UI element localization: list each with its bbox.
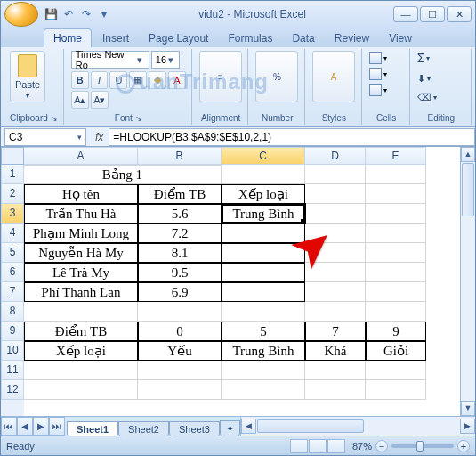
col-header[interactable]: B	[138, 147, 222, 165]
select-all-corner[interactable]	[1, 147, 24, 165]
name-box[interactable]: C3▾	[4, 128, 86, 146]
tab-review[interactable]: Review	[326, 29, 378, 47]
font-size-combo[interactable]: 16▾	[151, 51, 180, 69]
cell[interactable]: Điểm TB	[138, 184, 222, 204]
cell[interactable]	[366, 380, 426, 400]
cell[interactable]	[366, 263, 426, 282]
sheet-tab[interactable]: Sheet3	[169, 421, 220, 436]
cell[interactable]	[24, 380, 138, 400]
zoom-in-button[interactable]: +	[457, 440, 470, 452]
row-header[interactable]: 8	[1, 302, 24, 322]
row-header[interactable]: 11	[1, 361, 24, 380]
tab-data[interactable]: Data	[283, 29, 323, 47]
horizontal-scrollbar[interactable]: ◀ ▶	[240, 417, 475, 436]
delete-cells-button[interactable]: ▾	[369, 67, 401, 81]
cell[interactable]	[305, 263, 366, 282]
cell[interactable]	[24, 361, 138, 380]
cell[interactable]	[222, 302, 305, 322]
cell[interactable]	[222, 282, 305, 302]
scroll-thumb[interactable]	[462, 163, 474, 216]
scroll-right-button[interactable]: ▶	[460, 419, 475, 434]
next-sheet-button[interactable]: ▶	[33, 417, 49, 436]
cell[interactable]: 7	[305, 322, 366, 341]
row-header[interactable]: 10	[1, 341, 24, 361]
cell[interactable]: Khá	[305, 341, 366, 361]
border-button[interactable]: ▦	[129, 71, 147, 89]
cell[interactable]	[305, 302, 366, 322]
cell[interactable]: 7.2	[138, 224, 222, 243]
cell[interactable]	[138, 380, 222, 400]
col-header[interactable]: C	[222, 147, 305, 165]
close-button[interactable]: ✕	[447, 6, 472, 22]
row-header[interactable]: 9	[1, 322, 24, 341]
scroll-down-button[interactable]: ▼	[461, 401, 475, 416]
row-header[interactable]: 6	[1, 263, 24, 282]
format-cells-button[interactable]: ▾	[369, 83, 401, 97]
tab-insert[interactable]: Insert	[93, 29, 138, 47]
clear-button[interactable]: ⌫▾	[417, 92, 465, 103]
last-sheet-button[interactable]: ⏭	[49, 417, 65, 436]
cell[interactable]	[305, 361, 366, 380]
sheet-tab[interactable]: Sheet2	[118, 421, 169, 436]
number-format-button[interactable]: %	[255, 51, 298, 102]
first-sheet-button[interactable]: ⏮	[1, 417, 17, 436]
cell[interactable]	[305, 224, 366, 243]
cell[interactable]: Xếp loại	[222, 184, 305, 204]
col-header[interactable]: E	[366, 147, 426, 165]
cell[interactable]: Họ tên	[24, 184, 138, 204]
prev-sheet-button[interactable]: ◀	[17, 417, 33, 436]
cell[interactable]	[222, 243, 305, 263]
cell[interactable]	[366, 282, 426, 302]
cell[interactable]	[366, 243, 426, 263]
normal-view-button[interactable]	[290, 439, 308, 453]
minimize-button[interactable]: —	[393, 6, 418, 22]
formula-bar[interactable]: =HLOOKUP(B3,$A$9:$E$10,2,1)	[109, 128, 475, 146]
cell[interactable]	[222, 380, 305, 400]
page-break-view-button[interactable]	[327, 439, 345, 453]
row-header[interactable]: 3	[1, 204, 24, 224]
cell[interactable]: Giỏi	[366, 341, 426, 361]
row-header[interactable]: 7	[1, 282, 24, 302]
cell[interactable]	[222, 224, 305, 243]
page-layout-view-button[interactable]	[309, 439, 327, 453]
tab-page-layout[interactable]: Page Layout	[140, 29, 217, 47]
cell[interactable]	[305, 243, 366, 263]
dialog-launcher-icon[interactable]: ↘	[135, 114, 142, 123]
cell[interactable]	[305, 204, 366, 224]
maximize-button[interactable]: ☐	[420, 6, 445, 22]
scroll-track[interactable]	[461, 217, 475, 401]
cell[interactable]	[305, 184, 366, 204]
cell[interactable]	[305, 282, 366, 302]
cell[interactable]: 6.9	[138, 282, 222, 302]
cell[interactable]	[366, 224, 426, 243]
cell[interactable]	[366, 165, 426, 184]
insert-cells-button[interactable]: ▾	[369, 51, 401, 65]
redo-icon[interactable]: ↷	[79, 7, 93, 21]
row-header[interactable]: 4	[1, 224, 24, 243]
cell[interactable]	[138, 361, 222, 380]
cell[interactable]: Trung Bình	[222, 204, 305, 224]
cell[interactable]: 0	[138, 322, 222, 341]
italic-button[interactable]: I	[91, 71, 109, 89]
cell[interactable]: 9	[366, 322, 426, 341]
paste-button[interactable]: Paste ▾	[10, 51, 45, 102]
row-header[interactable]: 2	[1, 184, 24, 204]
vertical-scrollbar[interactable]: ▲ ▼	[460, 147, 475, 416]
cell[interactable]: Bảng 1	[24, 165, 222, 184]
cell[interactable]	[366, 184, 426, 204]
styles-button[interactable]: A	[312, 51, 355, 102]
col-header[interactable]: D	[305, 147, 366, 165]
cell[interactable]: 8.1	[138, 243, 222, 263]
cell[interactable]: 5	[222, 322, 305, 341]
cell[interactable]: Lê Trà My	[24, 263, 138, 282]
sheet-tab[interactable]: Sheet1	[67, 421, 118, 436]
new-sheet-button[interactable]: ✦	[220, 420, 240, 436]
cell[interactable]	[222, 263, 305, 282]
fill-button[interactable]: ⬇▾	[417, 73, 465, 85]
font-name-combo[interactable]: Times New Ro▾	[71, 51, 149, 69]
cell[interactable]	[366, 302, 426, 322]
bold-button[interactable]: B	[71, 71, 89, 89]
undo-icon[interactable]: ↶	[61, 7, 76, 21]
col-header[interactable]: A	[24, 147, 138, 165]
grow-font-button[interactable]: A▴	[71, 91, 89, 109]
